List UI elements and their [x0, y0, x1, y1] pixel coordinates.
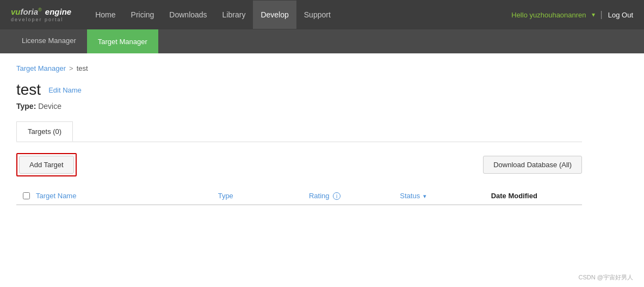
- nav-develop[interactable]: Develop: [253, 1, 296, 29]
- nav-right: Hello yuzhouhaonanren ▾ | Log Out: [511, 10, 633, 20]
- chevron-down-icon[interactable]: ▾: [592, 11, 595, 19]
- nav-home[interactable]: Home: [88, 1, 123, 29]
- add-target-button[interactable]: Add Target: [19, 156, 74, 174]
- download-database-button[interactable]: Download Database (All): [483, 156, 582, 174]
- logo-text: vuforia® engine developer portal: [11, 7, 71, 23]
- select-all-checkbox[interactable]: [23, 192, 30, 199]
- logo: vuforia® engine developer portal: [11, 7, 71, 23]
- nav-downloads[interactable]: Downloads: [162, 1, 214, 29]
- sub-navigation: License Manager Target Manager: [0, 29, 644, 53]
- select-all-checkbox-col: [16, 192, 36, 199]
- user-greeting[interactable]: Hello yuzhouhaonanren: [511, 11, 586, 19]
- page-title: test: [16, 81, 41, 99]
- breadcrumb-parent-link[interactable]: Target Manager: [16, 64, 66, 72]
- add-target-highlight: Add Target: [16, 153, 77, 176]
- top-navigation: vuforia® engine developer portal Home Pr…: [0, 0, 644, 29]
- logo-registered: ®: [38, 7, 42, 13]
- subnav-license-manager[interactable]: License Manager: [11, 29, 87, 53]
- status-sort-icon[interactable]: ▾: [423, 193, 426, 199]
- edit-name-link[interactable]: Edit Name: [48, 86, 82, 94]
- breadcrumb-separator: >: [69, 64, 73, 72]
- nav-support[interactable]: Support: [296, 1, 338, 29]
- col-status[interactable]: Status ▾: [400, 192, 491, 200]
- nav-pricing[interactable]: Pricing: [123, 1, 162, 29]
- col-target-name[interactable]: Target Name: [36, 192, 218, 200]
- logo-line1: vuforia® engine: [11, 7, 71, 17]
- logo-engine: engine: [43, 7, 72, 16]
- main-content: Target Manager > test test Edit Name Typ…: [0, 53, 598, 216]
- type-value: Device: [38, 102, 61, 111]
- col-type[interactable]: Type: [218, 192, 309, 200]
- tabs-row: Targets (0): [16, 121, 582, 142]
- col-rating[interactable]: Rating i: [309, 192, 400, 200]
- nav-divider: |: [600, 10, 603, 20]
- tab-targets[interactable]: Targets (0): [16, 121, 73, 142]
- page-title-row: test Edit Name: [16, 81, 582, 99]
- logo-vu: vu: [11, 7, 21, 16]
- table-header: Target Name Type Rating i Status ▾ Date …: [16, 187, 582, 205]
- rating-info-icon[interactable]: i: [333, 192, 340, 200]
- type-row: Type: Device: [16, 102, 582, 111]
- col-date-modified: Date Modified: [491, 192, 582, 200]
- type-label: Type:: [16, 102, 36, 111]
- nav-library[interactable]: Library: [215, 1, 253, 29]
- breadcrumb: Target Manager > test: [16, 64, 582, 72]
- subnav-target-manager[interactable]: Target Manager: [87, 29, 158, 53]
- breadcrumb-current: test: [77, 64, 88, 72]
- logout-link[interactable]: Log Out: [608, 11, 633, 19]
- logo-subtext: developer portal: [11, 17, 71, 23]
- nav-links: Home Pricing Downloads Library Develop S…: [88, 1, 511, 29]
- logo-foria: foria: [21, 7, 39, 16]
- action-row: Add Target Download Database (All): [16, 153, 582, 176]
